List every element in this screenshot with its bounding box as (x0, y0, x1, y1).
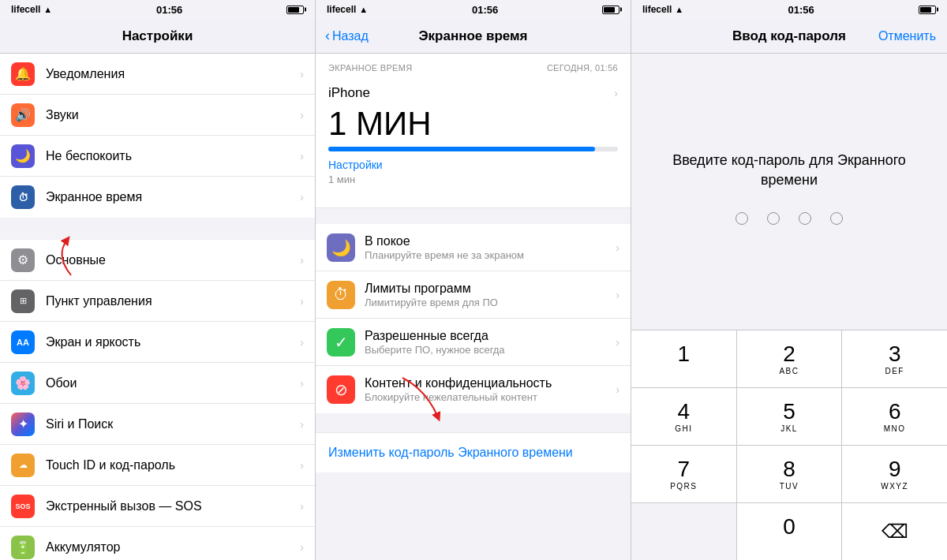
numpad-5[interactable]: 5 JKL (737, 388, 842, 445)
passcode-instruction: Введите код-пароль для Экранного времени (647, 151, 931, 190)
battery-chevron: › (300, 541, 304, 554)
settings-item-sos[interactable]: SOS Экстренный вызов — SOS › (0, 486, 315, 527)
carrier-2: lifecell (327, 4, 356, 15)
settings-panel: lifecell ▲ 01:56 Настройки 🔔 Уведомления… (0, 0, 316, 560)
contentprivacy-title: Контент и конфиденциальность (365, 376, 606, 390)
downtime-text: В покое Планируйте время не за экраном (365, 234, 606, 261)
change-passcode-link[interactable]: Изменить код-пароль Экранного времени (328, 446, 573, 459)
notifications-chevron: › (300, 68, 304, 80)
num-0: 0 (783, 515, 795, 539)
screen-time-panel: lifecell ▲ 01:56 ‹ Назад Экранное время … (316, 0, 631, 560)
time-2: 01:56 (472, 4, 498, 16)
numpad-0[interactable]: 0 (737, 503, 842, 560)
sounds-chevron: › (300, 109, 304, 121)
passcode-dot-1 (736, 212, 748, 225)
num-3: 3 (889, 342, 901, 367)
section-gap-1 (0, 218, 315, 240)
numpad-7[interactable]: 7 PQRS (631, 446, 736, 502)
settings-link[interactable]: Настройки (328, 158, 618, 172)
numpad-9[interactable]: 9 WXYZ (842, 446, 947, 502)
contentprivacy-chevron: › (616, 383, 619, 396)
settings-item-screentime[interactable]: ⏱ Экранное время › (0, 177, 315, 218)
settings-title: Настройки (122, 28, 193, 44)
touchid-label: Touch ID и код-пароль (46, 458, 289, 472)
passcode-panel: lifecell ▲ 01:56 Ввод код-пароля Отменит… (631, 0, 947, 560)
settings-item-touchid[interactable]: ☁ Touch ID и код-пароль › (0, 445, 315, 486)
settings-item-battery[interactable]: 🔋 Аккумулятор › (0, 527, 315, 560)
carrier-1: lifecell (11, 4, 40, 15)
settings-item-general[interactable]: ⚙ Основные › (0, 240, 315, 281)
letters-8: TUV (780, 482, 799, 491)
numpad-1[interactable]: 1 (631, 330, 736, 387)
letters-5: JKL (780, 424, 798, 433)
sos-label: Экстренный вызов — SOS (46, 499, 289, 513)
donotdisturb-label: Не беспокоить (46, 149, 289, 163)
screentime-icon: ⏱ (11, 185, 35, 209)
passcode-prompt: Введите код-пароль для Экранного времени (631, 54, 947, 330)
downtime-icon: 🌙 (327, 233, 355, 262)
alwaysallowed-text: Разрешенные всегда Выберите ПО, нужное в… (365, 329, 606, 356)
num-9: 9 (889, 457, 901, 482)
wallpaper-chevron: › (300, 377, 304, 390)
general-icon: ⚙ (11, 248, 35, 272)
numpad-delete[interactable]: ⌫ (842, 503, 947, 560)
settings-item-controlcenter[interactable]: ⊞ Пункт управления › (0, 281, 315, 322)
device-row[interactable]: iPhone › (328, 76, 618, 104)
wifi-icon-1: ▲ (43, 5, 52, 14)
numpad-4[interactable]: 4 GHI (631, 388, 736, 445)
numpad-6[interactable]: 6 MNO (842, 388, 947, 445)
general-chevron: › (300, 254, 304, 267)
settings-item-display[interactable]: AA Экран и яркость › (0, 322, 315, 363)
st-item-applimits[interactable]: ⏱ Лимиты программ Лимитируйте время для … (316, 271, 631, 319)
settings-item-sounds[interactable]: 🔊 Звуки › (0, 95, 315, 136)
settings-item-notifications[interactable]: 🔔 Уведомления › (0, 54, 315, 95)
num-2: 2 (783, 342, 795, 367)
alwaysallowed-subtitle: Выберите ПО, нужное всегда (365, 344, 606, 356)
cancel-button[interactable]: Отменить (878, 29, 936, 43)
sounds-icon: 🔊 (11, 103, 35, 127)
section-gap-2 (316, 208, 631, 224)
passcode-dot-4 (830, 212, 843, 225)
letters-6: MNO (884, 424, 906, 433)
settings-item-donotdisturb[interactable]: 🌙 Не беспокоить › (0, 136, 315, 177)
num-5: 5 (783, 400, 795, 424)
num-6: 6 (889, 400, 901, 424)
settings-group-2: ⚙ Основные › ⊞ Пункт управления › (0, 240, 315, 560)
change-passcode-section: Изменить код-пароль Экранного времени (316, 432, 631, 472)
carrier-3: lifecell (642, 4, 672, 15)
passcode-dots (736, 212, 843, 225)
section-gap-3 (316, 413, 631, 432)
time-1: 01:56 (156, 4, 182, 16)
battery-label: Аккумулятор (46, 540, 289, 554)
time-display: 1 МИН (328, 104, 618, 147)
progress-fill (328, 147, 595, 151)
numpad-2[interactable]: 2 ABC (737, 330, 842, 387)
passcode-dot-2 (767, 212, 780, 225)
numpad-3[interactable]: 3 DEF (842, 330, 947, 387)
progress-bar (328, 147, 618, 151)
back-button[interactable]: ‹ Назад (325, 28, 369, 44)
settings-item-wallpaper[interactable]: 🌸 Обои › (0, 363, 315, 404)
settings-item-siri[interactable]: ✦ Siri и Поиск › (0, 404, 315, 445)
letters-3: DEF (885, 367, 904, 375)
screentime-chevron: › (300, 191, 304, 203)
letters-7: PQRS (670, 482, 697, 491)
notifications-icon: 🔔 (11, 62, 35, 86)
time-sub: 1 мин (328, 174, 618, 185)
alwaysallowed-icon: ✓ (327, 328, 355, 357)
st-item-downtime[interactable]: 🌙 В покое Планируйте время не за экраном… (316, 224, 631, 271)
st-item-alwaysallowed[interactable]: ✓ Разрешенные всегда Выберите ПО, нужное… (316, 319, 631, 366)
settings-list: 🔔 Уведомления › 🔊 Звуки › 🌙 Не беспокоит… (0, 54, 315, 560)
num-1: 1 (678, 342, 691, 367)
wifi-icon-3: ▲ (675, 5, 683, 14)
screentime-label: Экранное время (46, 190, 289, 204)
donotdisturb-icon: 🌙 (11, 144, 35, 168)
numpad-8[interactable]: 8 TUV (737, 446, 842, 502)
letters-0 (788, 539, 791, 548)
alwaysallowed-chevron: › (616, 336, 619, 349)
screen-time-items: 🌙 В покое Планируйте время не за экраном… (316, 224, 631, 413)
status-bar-3: lifecell ▲ 01:56 (631, 0, 947, 19)
nav-bar-2: ‹ Назад Экранное время (316, 19, 631, 54)
st-item-contentprivacy[interactable]: ⊘ Контент и конфиденциальность Блокируйт… (316, 366, 631, 413)
letters-9: WXYZ (881, 482, 908, 491)
